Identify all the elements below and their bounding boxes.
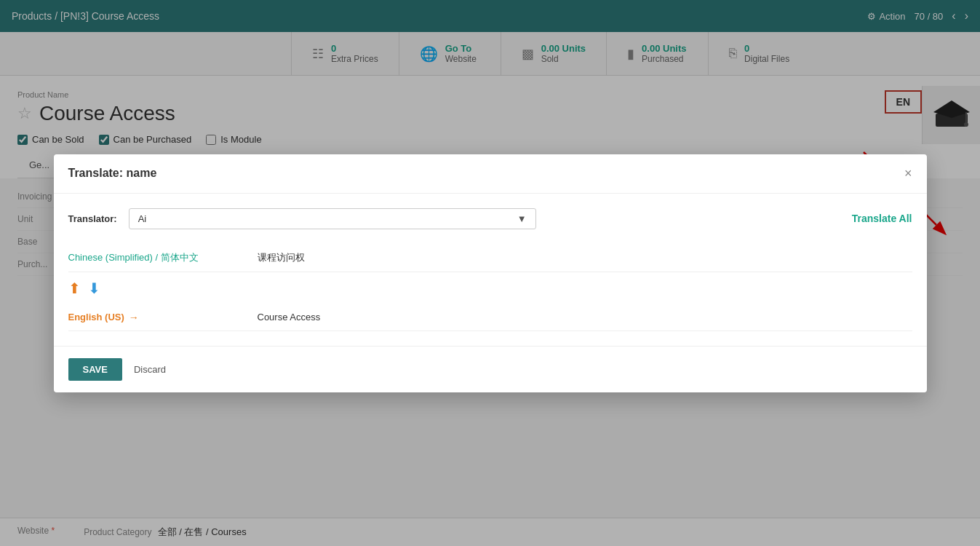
arrow-buttons-row: ⬆ ⬇ xyxy=(68,272,912,304)
discard-button[interactable]: Discard xyxy=(134,364,166,375)
modal-header: Translate: name × xyxy=(54,154,927,194)
english-translation-value: Course Access xyxy=(258,312,912,323)
move-down-button[interactable]: ⬇ xyxy=(88,280,100,297)
translator-selected-value: Ai xyxy=(138,213,147,224)
english-translation-row: English (US) → Course Access xyxy=(68,304,912,331)
english-lang-label: English (US) → xyxy=(68,312,243,323)
en-row-arrow-icon: → xyxy=(129,312,139,323)
save-button[interactable]: SAVE xyxy=(68,358,122,381)
translate-modal: Translate: name × Translator: Ai ▼ Trans… xyxy=(54,154,927,392)
translator-label: Translator: xyxy=(68,213,117,224)
dropdown-arrow-icon: ▼ xyxy=(517,213,527,224)
translate-all-button[interactable]: Translate All xyxy=(852,213,912,224)
translator-select-dropdown[interactable]: Ai ▼ xyxy=(129,208,536,229)
translator-row: Translator: Ai ▼ Translate All xyxy=(68,208,912,229)
chinese-translation-row: Chinese (Simplified) / 简体中文 课程访问权 xyxy=(68,244,912,272)
chinese-lang-label: Chinese (Simplified) / 简体中文 xyxy=(68,251,243,264)
move-up-button[interactable]: ⬆ xyxy=(68,280,81,297)
modal-close-button[interactable]: × xyxy=(904,166,912,181)
modal-footer: SAVE Discard xyxy=(54,346,927,392)
modal-overlay: Translate: name × Translator: Ai ▼ Trans… xyxy=(0,0,980,546)
modal-title: Translate: name xyxy=(68,167,157,180)
modal-body: Translator: Ai ▼ Translate All Chinese (… xyxy=(54,194,927,346)
chinese-translation-value: 课程访问权 xyxy=(258,251,912,264)
